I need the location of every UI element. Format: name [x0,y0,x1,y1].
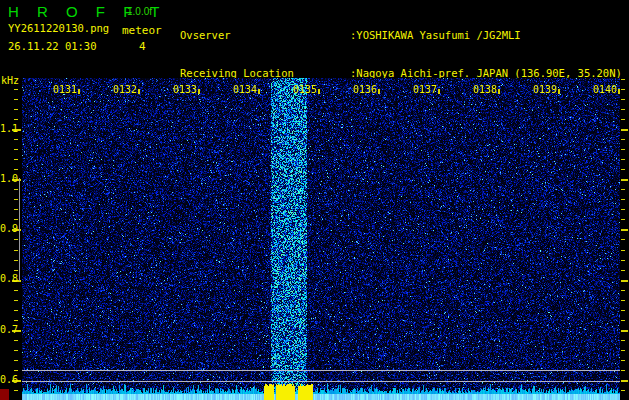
y-axis-tick-right [621,99,625,100]
y-axis-tick-right [621,260,625,261]
y-axis-tick-right [621,280,628,282]
y-axis-tick [14,139,18,140]
x-axis-tick [498,89,500,94]
hrofft-screenshot: H R O F F T 1.0.0f YY2611220130.png mete… [0,0,629,400]
y-axis-tick-label: 0.7 [0,324,14,335]
y-axis-tick [14,189,18,190]
y-axis-tick [14,290,18,291]
x-axis-tick-label: 0131 [53,84,77,95]
y-axis-tick [14,350,18,351]
y-axis-tick-right [621,89,625,90]
y-axis-tick [14,239,18,240]
y-axis-tick-label: 0.6 [0,374,14,385]
y-axis-tick-right [621,109,625,110]
y-axis-tick [14,300,18,301]
y-axis-tick-right [621,390,625,391]
y-axis-tick [14,119,18,120]
meteor-count: 4 [139,40,146,53]
y-axis-tick-right [621,159,625,160]
x-axis-tick [78,89,80,94]
x-axis-tick [318,89,320,94]
x-axis-tick-label: 0134 [233,84,257,95]
y-axis-tick-label: 1.1 [0,123,14,134]
y-axis-tick-right [621,169,625,170]
y-axis-tick [14,199,18,200]
y-axis-tick [14,250,18,251]
x-axis-tick-label: 0132 [113,84,137,95]
x-axis-tick-label: 0137 [413,84,437,95]
y-axis-tick [14,219,18,220]
x-axis-tick-label: 0138 [473,84,497,95]
y-axis-tick-right [621,310,625,311]
y-axis-tick-right [621,79,625,80]
x-axis-tick [558,89,560,94]
y-axis-tick [14,260,18,261]
y-axis-tick [14,320,18,321]
y-axis-tick-right [621,219,625,220]
x-axis-tick [378,89,380,94]
timestamp: 26.11.22 01:30 [8,40,97,52]
y-axis-tick [14,310,18,311]
y-axis-tick-label: 0.9 [0,223,14,234]
x-axis-tick-label: 0140 [593,84,617,95]
y-axis-tick-right [621,300,625,301]
spectrogram-canvas [22,78,620,400]
y-axis-tick-right [621,250,625,251]
y-axis-tick [14,109,18,110]
y-axis-tick-right [621,270,625,271]
y-axis-tick-right [621,380,628,382]
y-axis-tick-right [621,340,625,341]
mode-label: meteor [122,24,162,37]
left-border-line [19,178,20,281]
y-axis-tick-label: 1.0 [0,173,14,184]
y-axis-tick [14,340,18,341]
y-axis-tick [14,270,18,271]
x-axis-tick [138,89,140,94]
y-axis-tick-label: 0.8 [0,273,14,284]
info-row-observer: Ovserver:YOSHIKAWA Yasufumi /JG2MLI [180,29,622,42]
level-marker-red [0,389,9,400]
y-axis-tick-right [621,209,625,210]
x-axis-tick-label: 0136 [353,84,377,95]
y-axis-tick-right [621,189,625,190]
y-axis-tick [14,99,18,100]
y-axis-tick [14,149,18,150]
y-axis-tick-right [621,239,625,240]
y-axis-tick [14,390,18,391]
output-filename: YY2611220130.png [8,22,109,34]
info-value: :Nagoya Aichi-pref. JAPAN (136.90E, 35.2… [350,67,622,79]
y-axis-tick [14,89,18,90]
y-axis-tick-right [621,229,628,231]
y-axis-tick [14,169,18,170]
y-axis-tick-right [621,149,625,150]
y-axis-tick [14,209,18,210]
info-label: Ovserver [180,29,350,42]
y-axis-tick [14,360,18,361]
x-axis-tick [198,89,200,94]
app-version: 1.0.0f [127,6,152,17]
y-axis-tick [14,370,18,371]
y-axis-tick [14,159,18,160]
x-axis-tick-label: 0133 [173,84,197,95]
x-axis-tick [438,89,440,94]
y-axis-tick-right [621,350,625,351]
y-axis-tick-right [621,179,628,181]
x-axis-tick [258,89,260,94]
x-axis-tick-label: 0135 [293,84,317,95]
y-axis-unit-label: kHz [1,75,19,86]
y-axis-tick-right [621,320,625,321]
x-axis-tick [618,89,620,94]
x-axis-tick-label: 0139 [533,84,557,95]
y-axis-tick-right [621,139,625,140]
y-axis-tick-right [621,370,625,371]
y-axis-tick-right [621,119,625,120]
y-axis-tick-right [621,290,625,291]
info-value: :YOSHIKAWA Yasufumi /JG2MLI [350,29,521,41]
y-axis-tick-right [621,330,628,332]
y-axis-tick-right [621,129,628,131]
y-axis-tick-right [621,199,625,200]
y-axis-tick-right [621,360,625,361]
